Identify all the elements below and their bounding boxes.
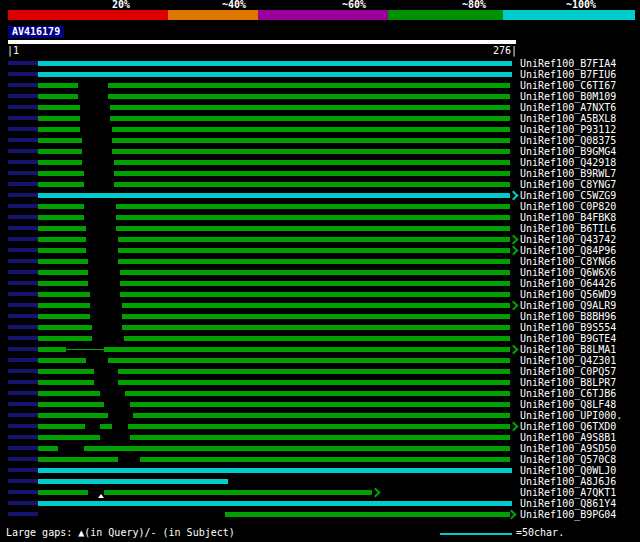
alignment-bar-segment[interactable] bbox=[38, 94, 78, 99]
hit-label[interactable]: UniRef100_C0P820 bbox=[520, 202, 616, 212]
alignment-bar-segment[interactable] bbox=[38, 138, 82, 143]
hit-label[interactable]: UniRef100_B4FBK8 bbox=[520, 213, 616, 223]
alignment-bar-segment[interactable] bbox=[120, 292, 510, 297]
hit-label[interactable]: UniRef100_UPI000. bbox=[520, 411, 622, 421]
alignment-bar-segment[interactable] bbox=[122, 314, 510, 319]
hit-label[interactable]: UniRef100_O64426 bbox=[520, 279, 616, 289]
alignment-bar-segment[interactable] bbox=[38, 325, 92, 330]
alignment-bar-segment[interactable] bbox=[38, 204, 84, 209]
alignment-bar-segment[interactable] bbox=[38, 237, 86, 242]
alignment-bar-segment[interactable] bbox=[118, 259, 510, 264]
alignment-bar-segment[interactable] bbox=[114, 160, 510, 165]
alignment-bar-segment[interactable] bbox=[125, 391, 510, 396]
hit-label[interactable]: UniRef100_B9GTE4 bbox=[520, 334, 616, 344]
hit-label[interactable]: UniRef100_C8YNG7 bbox=[520, 180, 616, 190]
alignment-bar-segment[interactable] bbox=[120, 281, 510, 286]
hit-label[interactable]: UniRef100_B9RWL7 bbox=[520, 169, 616, 179]
hit-label[interactable]: UniRef100_Q42918 bbox=[520, 158, 616, 168]
hit-label[interactable]: UniRef100_Q84P96 bbox=[520, 246, 616, 256]
alignment-bar-segment[interactable] bbox=[38, 292, 90, 297]
hit-label[interactable]: UniRef100_A7NXT6 bbox=[520, 103, 616, 113]
alignment-bar-segment[interactable] bbox=[116, 226, 510, 231]
alignment-bar-segment[interactable] bbox=[38, 160, 82, 165]
alignment-bar-segment[interactable] bbox=[38, 259, 88, 264]
hit-label[interactable]: UniRef100_Q8LF48 bbox=[520, 400, 616, 410]
hit-label[interactable]: UniRef100_C0PQ57 bbox=[520, 367, 616, 377]
alignment-bar-segment[interactable] bbox=[38, 182, 84, 187]
alignment-bar-segment[interactable] bbox=[38, 149, 82, 154]
alignment-bar-segment[interactable] bbox=[38, 61, 512, 66]
hit-label[interactable]: UniRef100_Q6W6X6 bbox=[520, 268, 616, 278]
alignment-bar-segment[interactable] bbox=[38, 336, 92, 341]
alignment-bar-segment[interactable] bbox=[38, 83, 78, 88]
hit-label[interactable]: UniRef100_Q4Z301 bbox=[520, 356, 616, 366]
alignment-bar-segment[interactable] bbox=[124, 336, 510, 341]
alignment-bar-segment[interactable] bbox=[38, 105, 80, 110]
alignment-bar-segment[interactable] bbox=[38, 270, 88, 275]
alignment-bar-segment[interactable] bbox=[118, 237, 510, 242]
alignment-bar-segment[interactable] bbox=[100, 424, 112, 429]
alignment-bar-segment[interactable] bbox=[38, 72, 512, 77]
alignment-bar-segment[interactable] bbox=[108, 83, 510, 88]
hit-label[interactable]: UniRef100_Q6TXD0 bbox=[520, 422, 616, 432]
alignment-bar-segment[interactable] bbox=[38, 490, 88, 495]
hit-label[interactable]: UniRef100_B8LPR7 bbox=[520, 378, 616, 388]
alignment-bar-segment[interactable] bbox=[108, 358, 510, 363]
alignment-bar-segment[interactable] bbox=[38, 127, 80, 132]
hit-label[interactable]: UniRef100_Q9ALR9 bbox=[520, 301, 616, 311]
alignment-bar-segment[interactable] bbox=[118, 248, 510, 253]
alignment-bar-segment[interactable] bbox=[38, 446, 58, 451]
alignment-bar-segment[interactable] bbox=[122, 325, 510, 330]
alignment-bar-segment[interactable] bbox=[108, 94, 510, 99]
alignment-bar-segment[interactable] bbox=[38, 226, 86, 231]
alignment-bar-segment[interactable] bbox=[38, 501, 512, 506]
hit-label[interactable]: UniRef100_A9SD50 bbox=[520, 444, 616, 454]
alignment-bar-segment[interactable] bbox=[225, 512, 510, 517]
alignment-bar-segment[interactable] bbox=[140, 457, 510, 462]
alignment-bar-segment[interactable] bbox=[38, 171, 84, 176]
hit-label[interactable]: UniRef100_B7FIA4 bbox=[520, 59, 616, 69]
alignment-bar-segment[interactable] bbox=[122, 303, 510, 308]
alignment-bar-segment[interactable] bbox=[38, 314, 90, 319]
alignment-bar-segment[interactable] bbox=[38, 457, 118, 462]
alignment-bar-segment[interactable] bbox=[38, 380, 94, 385]
hit-label[interactable]: UniRef100_Q0WLJ0 bbox=[520, 466, 616, 476]
alignment-bar-segment[interactable] bbox=[38, 479, 228, 484]
alignment-bar-segment[interactable] bbox=[38, 281, 88, 286]
alignment-bar-segment[interactable] bbox=[38, 468, 512, 473]
alignment-bar-segment[interactable] bbox=[38, 215, 84, 220]
alignment-bar-segment[interactable] bbox=[128, 424, 510, 429]
hit-label[interactable]: UniRef100_A9S8B1 bbox=[520, 433, 616, 443]
hit-label[interactable]: UniRef100_B8BH96 bbox=[520, 312, 616, 322]
alignment-bar-segment[interactable] bbox=[114, 171, 510, 176]
alignment-bar-segment[interactable] bbox=[112, 149, 510, 154]
alignment-bar-segment[interactable] bbox=[84, 446, 510, 451]
alignment-bar-segment[interactable] bbox=[38, 402, 104, 407]
alignment-bar-segment[interactable] bbox=[110, 105, 510, 110]
alignment-bar-segment[interactable] bbox=[116, 204, 510, 209]
hit-label[interactable]: UniRef100_P93112 bbox=[520, 125, 616, 135]
hit-label[interactable]: UniRef100_C8YNG6 bbox=[520, 257, 616, 267]
alignment-bar-segment[interactable] bbox=[120, 270, 510, 275]
alignment-bar-segment[interactable] bbox=[38, 358, 86, 363]
alignment-bar-segment[interactable] bbox=[112, 127, 510, 132]
alignment-bar-segment[interactable] bbox=[114, 182, 510, 187]
hit-label[interactable]: UniRef100_A8J6J6 bbox=[520, 477, 616, 487]
hit-label[interactable]: UniRef100_Q570C8 bbox=[520, 455, 616, 465]
alignment-bar-segment[interactable] bbox=[38, 303, 90, 308]
alignment-bar-segment[interactable] bbox=[133, 413, 510, 418]
hit-label[interactable]: UniRef100_C5WZG9 bbox=[520, 191, 616, 201]
alignment-bar-segment[interactable] bbox=[118, 380, 510, 385]
alignment-bar-segment[interactable] bbox=[38, 369, 94, 374]
alignment-bar-segment[interactable] bbox=[38, 347, 66, 352]
alignment-bar-segment[interactable] bbox=[104, 347, 510, 352]
hit-label[interactable]: UniRef100_B9GMG4 bbox=[520, 147, 616, 157]
hit-label[interactable]: UniRef100_C6TI67 bbox=[520, 81, 616, 91]
alignment-bar-segment[interactable] bbox=[118, 369, 510, 374]
alignment-bar-segment[interactable] bbox=[38, 248, 86, 253]
alignment-bar-segment[interactable] bbox=[38, 193, 510, 198]
alignment-bar-segment[interactable] bbox=[38, 116, 80, 121]
hit-label[interactable]: UniRef100_B9PG04 bbox=[520, 510, 616, 520]
hit-label[interactable]: UniRef100_B9S554 bbox=[520, 323, 616, 333]
alignment-bar-segment[interactable] bbox=[110, 116, 510, 121]
